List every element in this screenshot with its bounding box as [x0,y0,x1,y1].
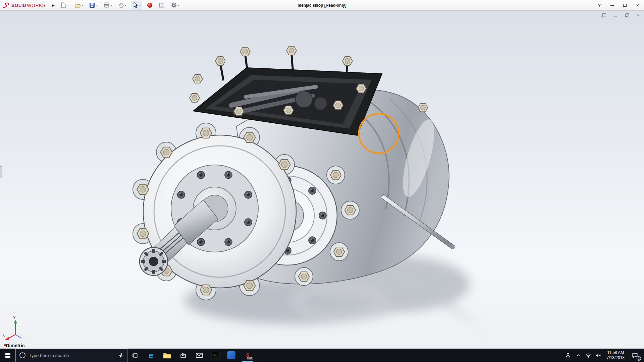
doc-minimize-icon [613,13,618,17]
taskbar-app-store[interactable] [175,349,191,362]
file-explorer-icon [163,352,171,359]
options-button[interactable]: ▾ [169,1,181,9]
appearance-button[interactable] [145,1,154,9]
task-view-icon [132,353,139,358]
taskbar-clock[interactable]: 11:58 AM 7/13/2018 [603,349,628,362]
people-icon [565,353,571,358]
chevron-up-icon [576,353,581,358]
y-axis-arrow[interactable] [14,320,17,323]
menu-flyout-arrow[interactable]: ▶ [52,4,55,7]
windows-taskbar: e >_ [0,349,644,362]
store-icon [179,352,187,359]
blue-app-icon [227,351,235,359]
doc-float-button[interactable] [601,12,607,18]
wifi-icon [585,353,591,358]
y-axis-label: Y [13,316,16,320]
document-window-controls: × [601,12,641,18]
select-cursor-icon [132,2,139,8]
solidworks-window: SOLIDWORKS ▶ ▾ ▾ [0,0,644,362]
windows-start-icon [5,353,11,358]
dropdown-caret[interactable]: ▾ [111,4,112,7]
open-button[interactable]: ▾ [73,1,85,9]
solidworks-app-icon: S 2017 [243,351,252,360]
top-cover[interactable] [190,46,382,135]
solidworks-logo-icon [3,2,11,9]
clock-time: 11:58 AM [607,350,624,355]
doc-minimize-button[interactable] [612,12,619,18]
taskbar-app-edge[interactable]: e [143,349,159,362]
doc-restore-button[interactable] [624,12,630,18]
view-triad[interactable]: Y X [2,315,32,342]
system-tray: 11:58 AM 7/13/2018 3 [563,349,644,362]
dropdown-caret[interactable]: ▾ [140,4,141,7]
undo-icon [118,2,124,8]
open-folder-icon [74,2,81,8]
dropdown-caret[interactable]: ▾ [82,4,83,7]
taskbar-app-6[interactable] [223,349,239,362]
taskbar-app-command-prompt[interactable]: >_ [207,349,223,362]
speaker-icon [595,353,601,358]
design-table-icon [159,2,165,8]
taskbar-app-file-explorer[interactable] [159,349,175,362]
dropdown-caret[interactable]: ▾ [67,4,69,7]
clock-date: 7/13/2018 [607,355,625,360]
save-button[interactable]: ▾ [88,1,99,9]
help-button[interactable]: ? [593,0,606,10]
undo-button[interactable]: ▾ [116,1,128,9]
print-icon [103,2,110,8]
taskbar-app-mail[interactable] [191,349,207,362]
x-axis-label: X [2,333,5,337]
show-desktop-button[interactable] [642,349,644,362]
edge-icon: e [149,351,153,360]
save-icon [89,2,95,8]
design-table-button[interactable] [157,1,166,9]
notification-badge: 3 [637,356,641,361]
doc-close-button[interactable]: × [635,12,641,18]
tray-overflow-button[interactable] [573,349,583,362]
logo-text-bold: SOLID [11,3,26,8]
maximize-button[interactable] [619,0,631,10]
window-controls: ? × [593,0,644,10]
task-view-button[interactable] [127,349,143,362]
dropdown-caret[interactable]: ▾ [125,4,126,7]
minimize-button[interactable] [606,0,619,10]
network-button[interactable] [583,349,593,362]
panel-collapse-handle[interactable] [0,166,2,178]
action-center-button[interactable]: 3 [628,349,642,362]
view-orientation-label: *Dimetric [4,343,24,348]
document-title: menjac sklop [Read-only] [298,3,346,8]
graphics-viewport[interactable]: × Y X *Dimetric [0,11,644,349]
taskbar-app-solidworks[interactable]: S 2017 [239,349,256,362]
people-button[interactable] [563,349,573,362]
solidworks-logo: SOLIDWORKS [0,2,47,9]
quick-toolbar: ▾ ▾ ▾ [59,1,181,9]
cortana-icon [19,352,26,359]
close-button[interactable]: × [631,0,644,10]
new-document-button[interactable]: ▾ [59,1,70,9]
volume-button[interactable] [593,349,603,362]
start-button[interactable] [0,349,15,362]
command-prompt-icon: >_ [212,352,219,359]
minimize-icon [610,5,614,6]
microphone-icon[interactable] [118,352,124,358]
logo-text-light: WORKS [27,3,45,8]
maximize-icon [623,4,627,7]
titlebar: SOLIDWORKS ▶ ▾ ▾ [0,0,644,11]
options-gear-icon [171,2,177,8]
appearance-sphere-icon [147,2,153,8]
print-button[interactable]: ▾ [102,1,113,9]
doc-float-icon [601,13,607,17]
sw-version-badge: 2017 [247,357,252,360]
doc-restore-icon [624,13,630,17]
z-axis-arrow[interactable] [15,335,21,338]
x-axis-arrow[interactable] [5,337,9,340]
new-document-icon [60,2,66,8]
3d-model-scene[interactable] [0,11,644,349]
dropdown-caret[interactable]: ▾ [96,4,98,7]
dropdown-caret[interactable]: ▾ [178,4,179,7]
select-tool-button[interactable]: ▾ [131,1,142,9]
taskbar-search[interactable] [15,349,127,362]
mail-icon [196,352,203,358]
search-input[interactable] [29,353,115,358]
